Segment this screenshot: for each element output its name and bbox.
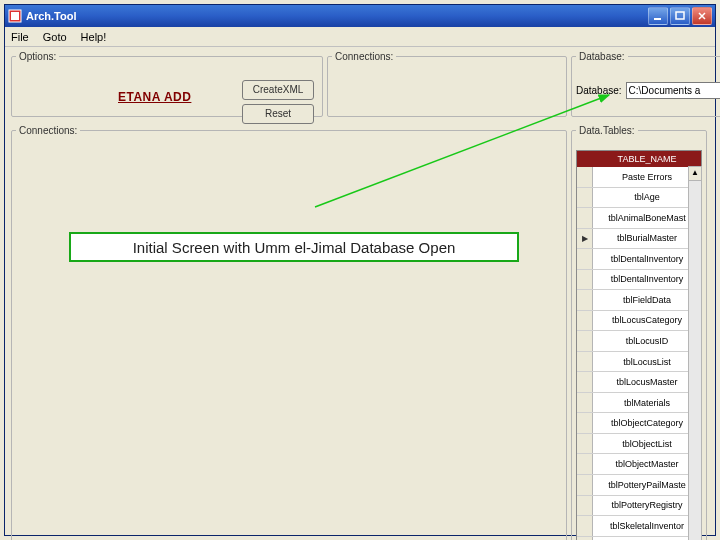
table-cell: tblMaterials [593, 398, 701, 408]
table-cell: tblObjectList [593, 439, 701, 449]
table-cell: tblPotteryRegistry [593, 500, 701, 510]
row-selector[interactable] [577, 372, 593, 392]
app-window: Arch.Tool File Goto Help! Options: ETANA… [4, 4, 716, 536]
table-cell: tblFieldData [593, 295, 701, 305]
table-cell: tblAge [593, 192, 701, 202]
table-row[interactable]: tblAnimalBoneMast [577, 208, 701, 229]
table-cell: tblAnimalBoneMast [593, 213, 701, 223]
table-cell: tblPotteryPailMaste [593, 480, 701, 490]
table-row[interactable]: tblSkeletalInventor [577, 537, 701, 540]
row-selector[interactable] [577, 413, 593, 433]
menu-help[interactable]: Help! [81, 31, 107, 43]
table-cell: tblSkeletalInventor [593, 521, 701, 531]
table-row[interactable]: tblFieldData [577, 290, 701, 311]
table-row[interactable]: tblObjectCategory [577, 413, 701, 434]
scroll-up-icon[interactable]: ▲ [689, 167, 701, 181]
minimize-button[interactable] [648, 7, 668, 25]
app-icon [8, 9, 22, 23]
titlebar: Arch.Tool [5, 5, 715, 27]
group-options-label: Options: [16, 51, 59, 62]
table-cell: tblObjectMaster [593, 459, 701, 469]
menubar: File Goto Help! [5, 27, 715, 47]
row-selector[interactable] [577, 454, 593, 474]
row-selector[interactable] [577, 352, 593, 372]
window-title: Arch.Tool [26, 10, 646, 22]
content-area: Options: ETANA ADD CreateXML Reset Conne… [5, 47, 715, 535]
table-row[interactable]: tblAge [577, 188, 701, 209]
svg-rect-1 [11, 12, 19, 20]
table-row[interactable]: tblMaterials [577, 393, 701, 414]
table-row[interactable]: tblSkeletalInventor [577, 516, 701, 537]
table-cell: tblLocusCategory [593, 315, 701, 325]
table-cell: Paste Errors [593, 172, 701, 182]
table-row[interactable]: tblDentalInventory [577, 270, 701, 291]
maximize-button[interactable] [670, 7, 690, 25]
table-row[interactable]: tblLocusList [577, 352, 701, 373]
row-selector[interactable] [577, 537, 593, 540]
row-selector[interactable] [577, 516, 593, 536]
group-database-label: Database: [576, 51, 628, 62]
caption-overlay: Initial Screen with Umm el-Jimal Databas… [69, 232, 519, 262]
table-row[interactable]: tblPotteryRegistry [577, 496, 701, 517]
row-selector[interactable] [577, 311, 593, 331]
row-selector[interactable] [577, 393, 593, 413]
table-cell: tblLocusMaster [593, 377, 701, 387]
group-options: Options: ETANA ADD CreateXML Reset [11, 51, 323, 117]
row-selector[interactable] [577, 270, 593, 290]
table-row[interactable]: tblLocusMaster [577, 372, 701, 393]
table-row[interactable]: ▶tblBurialMaster [577, 229, 701, 250]
row-selector[interactable] [577, 208, 593, 228]
table-row[interactable]: tblLocusCategory [577, 311, 701, 332]
database-field-label: Database: [576, 85, 622, 96]
table-row[interactable]: Paste Errors [577, 167, 701, 188]
datatables-scrollbar[interactable]: ▲ ▼ [688, 166, 702, 540]
table-cell: tblDentalInventory [593, 274, 701, 284]
group-database: Database: Database: ... [571, 51, 720, 117]
datatables-header: TABLE_NAME [577, 151, 701, 167]
datatables-grid[interactable]: TABLE_NAME Paste ErrorstblAgetblAnimalBo… [576, 150, 702, 540]
table-cell: tblLocusID [593, 336, 701, 346]
table-cell: tblDentalInventory [593, 254, 701, 264]
table-cell: tblObjectCategory [593, 418, 701, 428]
row-selector[interactable] [577, 331, 593, 351]
reset-button[interactable]: Reset [242, 104, 314, 124]
table-cell: tblBurialMaster [593, 233, 701, 243]
menu-goto[interactable]: Goto [43, 31, 67, 43]
etana-add-link[interactable]: ETANA ADD [118, 90, 191, 104]
group-connections-main-label: Connections: [16, 125, 80, 136]
datatables-column-header: TABLE_NAME [593, 154, 701, 164]
row-selector[interactable] [577, 475, 593, 495]
caption-text: Initial Screen with Umm el-Jimal Databas… [133, 239, 456, 256]
close-button[interactable] [692, 7, 712, 25]
row-selector[interactable] [577, 249, 593, 269]
svg-rect-3 [676, 12, 684, 19]
group-connections-main: Connections: [11, 125, 567, 540]
table-row[interactable]: tblDentalInventory [577, 249, 701, 270]
row-selector[interactable] [577, 188, 593, 208]
database-path-input[interactable] [626, 82, 720, 99]
row-selector[interactable] [577, 496, 593, 516]
menu-file[interactable]: File [11, 31, 29, 43]
table-row[interactable]: tblPotteryPailMaste [577, 475, 701, 496]
row-selector[interactable]: ▶ [577, 229, 593, 249]
group-datatables-label: Data.Tables: [576, 125, 638, 136]
group-datatables: Data.Tables: TABLE_NAME Paste ErrorstblA… [571, 125, 707, 540]
row-selector[interactable] [577, 434, 593, 454]
create-xml-button[interactable]: CreateXML [242, 80, 314, 100]
row-selector[interactable] [577, 290, 593, 310]
table-row[interactable]: tblObjectMaster [577, 454, 701, 475]
table-row[interactable]: tblObjectList [577, 434, 701, 455]
svg-rect-2 [654, 18, 661, 20]
table-row[interactable]: tblLocusID [577, 331, 701, 352]
group-connections-top: Connections: [327, 51, 567, 117]
group-connections-top-label: Connections: [332, 51, 396, 62]
row-selector[interactable] [577, 167, 593, 187]
table-cell: tblLocusList [593, 357, 701, 367]
